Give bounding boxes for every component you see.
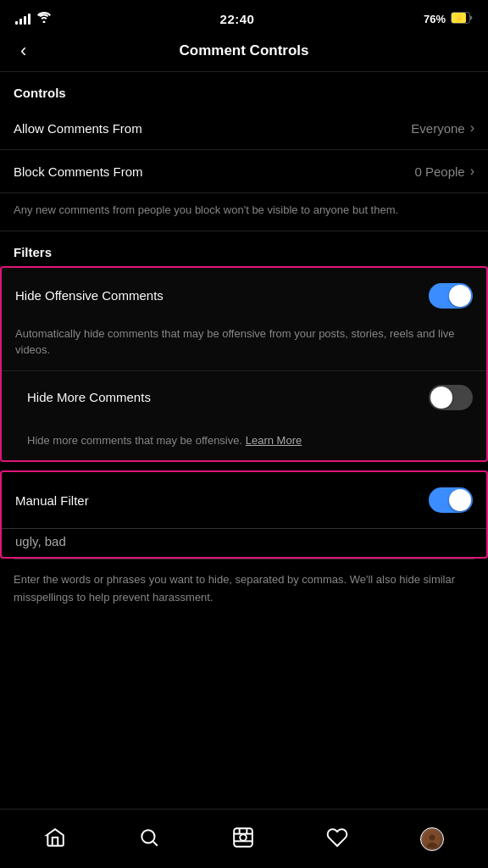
nav-home[interactable] bbox=[34, 820, 76, 859]
allow-comments-row[interactable]: Allow Comments From Everyone › bbox=[0, 107, 488, 150]
filters-section-label: Filters bbox=[0, 231, 488, 266]
manual-filter-label: Manual Filter bbox=[15, 493, 89, 508]
controls-section: Controls Allow Comments From Everyone › … bbox=[0, 72, 488, 231]
hide-more-toggle[interactable] bbox=[429, 385, 473, 410]
manual-filter-container: Manual Filter ugly, bad bbox=[0, 470, 488, 559]
hide-offensive-row: Hide Offensive Comments bbox=[2, 268, 486, 324]
page-title: Comment Controls bbox=[180, 42, 309, 59]
hide-offensive-info: Automatically hide comments that may be … bbox=[2, 324, 486, 370]
hide-more-row: Hide More Comments bbox=[2, 370, 486, 424]
bottom-nav bbox=[0, 809, 488, 868]
svg-point-7 bbox=[240, 834, 247, 841]
status-right: 76% ⚡ bbox=[424, 12, 473, 26]
nav-search[interactable] bbox=[128, 820, 170, 859]
hide-more-info-text: Hide more comments that may be offensive… bbox=[27, 434, 242, 447]
allow-comments-chevron: › bbox=[470, 120, 474, 136]
manual-filter-toggle[interactable] bbox=[429, 487, 473, 513]
filters-section: Filters Hide Offensive Comments Automati… bbox=[0, 231, 488, 619]
svg-point-4 bbox=[142, 830, 155, 843]
learn-more-link[interactable]: Learn More bbox=[246, 434, 302, 447]
hide-offensive-label: Hide Offensive Comments bbox=[15, 288, 164, 303]
avatar bbox=[420, 827, 444, 851]
wifi-icon bbox=[37, 11, 51, 26]
allow-comments-right: Everyone › bbox=[411, 120, 474, 136]
svg-rect-6 bbox=[234, 828, 252, 847]
svg-text:⚡: ⚡ bbox=[454, 14, 464, 24]
block-comments-label: Block Comments From bbox=[14, 164, 143, 179]
battery-percent: 76% bbox=[424, 13, 446, 25]
nav-profile[interactable] bbox=[410, 821, 454, 858]
allow-comments-label: Allow Comments From bbox=[14, 121, 142, 136]
svg-point-13 bbox=[429, 834, 435, 840]
block-comments-right: 0 People › bbox=[414, 164, 474, 179]
hide-more-label: Hide More Comments bbox=[27, 390, 151, 404]
status-left bbox=[15, 11, 51, 26]
hide-offensive-knob bbox=[449, 285, 471, 307]
block-comments-chevron: › bbox=[470, 164, 474, 179]
bottom-info: Enter the words or phrases you want to h… bbox=[0, 559, 488, 619]
back-button[interactable]: ‹ bbox=[14, 36, 33, 65]
manual-filter-row: Manual Filter bbox=[2, 472, 486, 528]
nav-reels[interactable] bbox=[222, 820, 264, 859]
hide-offensive-container: Hide Offensive Comments Automatically hi… bbox=[0, 266, 488, 463]
status-bar: 22:40 76% ⚡ bbox=[0, 0, 488, 34]
block-comments-value: 0 People bbox=[414, 164, 464, 179]
header: ‹ Comment Controls bbox=[0, 34, 488, 72]
filter-words: ugly, bad bbox=[2, 528, 486, 557]
hide-more-info: Hide more comments that may be offensive… bbox=[2, 424, 486, 461]
home-icon bbox=[44, 826, 66, 852]
manual-filter-knob bbox=[449, 489, 471, 511]
svg-line-5 bbox=[153, 841, 158, 845]
hide-more-knob bbox=[430, 387, 452, 409]
controls-info-text: Any new comments from people you block w… bbox=[0, 193, 488, 231]
reels-icon bbox=[232, 826, 254, 852]
content: Controls Allow Comments From Everyone › … bbox=[0, 72, 488, 687]
search-icon bbox=[138, 826, 160, 852]
allow-comments-value: Everyone bbox=[411, 121, 464, 136]
battery-icon: ⚡ bbox=[451, 12, 473, 26]
heart-icon bbox=[326, 826, 348, 852]
controls-section-label: Controls bbox=[0, 72, 488, 107]
block-comments-row[interactable]: Block Comments From 0 People › bbox=[0, 150, 488, 193]
status-time: 22:40 bbox=[220, 12, 255, 26]
hide-offensive-toggle[interactable] bbox=[429, 283, 473, 309]
nav-activity[interactable] bbox=[316, 820, 358, 859]
signal-icon bbox=[15, 13, 30, 25]
